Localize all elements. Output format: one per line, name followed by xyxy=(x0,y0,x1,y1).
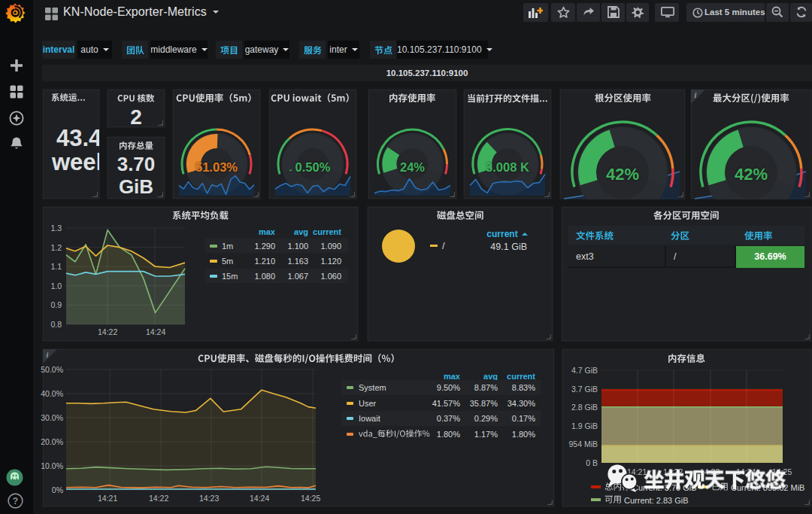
svg-text:?: ? xyxy=(13,496,18,506)
svg-text:i: i xyxy=(695,91,697,99)
